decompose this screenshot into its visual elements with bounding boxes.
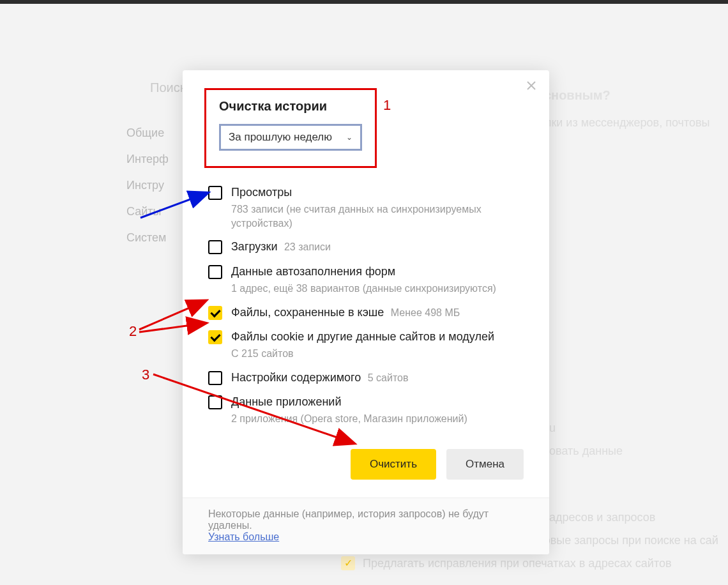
annotation-label-2: 2 bbox=[129, 323, 137, 339]
option-label: Настройки содержимого bbox=[231, 371, 361, 384]
option-label: Загрузки bbox=[231, 240, 277, 253]
option-sublabel: С 215 сайтов bbox=[231, 347, 524, 361]
sidebar-item[interactable]: Инстру bbox=[126, 179, 190, 192]
option-sublabel: 783 записи (не считая данных на синхрони… bbox=[231, 202, 524, 230]
sidebar-item[interactable]: Интерф bbox=[126, 153, 190, 166]
option-sublabel: Менее 498 МБ bbox=[391, 307, 460, 318]
annotation-box-1: Очистка истории За прошлую неделю ⌄ bbox=[204, 88, 377, 168]
time-range-value: За прошлую неделю bbox=[229, 131, 332, 144]
option-label: Данные приложений bbox=[231, 394, 524, 409]
checkbox[interactable] bbox=[208, 395, 222, 409]
cancel-button[interactable]: Отмена bbox=[446, 449, 524, 480]
clear-options: Просмотры 783 записи (не считая данных н… bbox=[208, 185, 524, 426]
checkbox[interactable] bbox=[208, 240, 222, 254]
bg-option-label: Предлагать исправления при опечатках в а… bbox=[363, 557, 672, 570]
option-app-data: Данные приложений 2 приложения (Opera st… bbox=[208, 394, 524, 426]
footer-text: Некоторые данные (например, история запр… bbox=[208, 508, 489, 531]
dialog-footer: Некоторые данные (например, история запр… bbox=[183, 498, 549, 554]
bg-text: ировать данные bbox=[536, 444, 623, 458]
option-sublabel: 5 сайтов bbox=[368, 372, 409, 383]
dialog-title: Очистка истории bbox=[219, 99, 362, 114]
clear-history-dialog: Очистка истории За прошлую неделю ⌄ Прос… bbox=[183, 70, 549, 554]
option-autofill: Данные автозаполнения форм 1 адрес, ещё … bbox=[208, 264, 524, 296]
option-views: Просмотры 783 записи (не считая данных н… bbox=[208, 185, 524, 230]
bg-option-row: ✓ Предлагать исправления при опечатках в… bbox=[341, 556, 672, 570]
checkbox[interactable] bbox=[208, 371, 222, 385]
option-content-settings: Настройки содержимого 5 сайтов bbox=[208, 370, 524, 385]
bg-text: ылки из мессенджеров, почтовы bbox=[536, 116, 709, 130]
checkbox[interactable] bbox=[208, 306, 222, 320]
option-cookies: Файлы cookie и другие данные сайтов и мо… bbox=[208, 329, 524, 361]
time-range-select[interactable]: За прошлую неделю ⌄ bbox=[219, 124, 362, 151]
checkbox-icon: ✓ bbox=[341, 556, 355, 570]
option-label: Файлы, сохраненные в кэше bbox=[231, 306, 384, 319]
option-downloads: Загрузки 23 записи bbox=[208, 239, 524, 254]
sidebar-item[interactable]: Сайты bbox=[126, 205, 190, 218]
sidebar-item[interactable]: Систем bbox=[126, 231, 190, 245]
option-cache: Файлы, сохраненные в кэше Менее 498 МБ bbox=[208, 305, 524, 320]
learn-more-link[interactable]: Узнать больше bbox=[208, 531, 279, 542]
option-sublabel: 23 записи bbox=[284, 241, 331, 252]
option-label: Просмотры bbox=[231, 185, 524, 200]
close-button[interactable] bbox=[526, 80, 538, 92]
checkbox[interactable] bbox=[208, 265, 222, 279]
settings-sidebar: Общие Интерф Инстру Сайты Систем bbox=[126, 73, 190, 257]
option-label: Файлы cookie и другие данные сайтов и мо… bbox=[231, 329, 524, 344]
clear-button[interactable]: Очистить bbox=[351, 449, 436, 480]
checkbox[interactable] bbox=[208, 330, 222, 344]
settings-page: Поиск Общие Интерф Инстру Сайты Систем о… bbox=[0, 4, 728, 585]
option-sublabel: 1 адрес, ещё 38 вариантов (данные синхро… bbox=[231, 282, 524, 296]
checkbox[interactable] bbox=[208, 186, 222, 200]
option-sublabel: 2 приложения (Opera store, Магазин прило… bbox=[231, 412, 524, 426]
annotation-label-3: 3 bbox=[142, 367, 149, 383]
close-icon bbox=[526, 80, 536, 91]
option-label: Данные автозаполнения форм bbox=[231, 264, 524, 279]
sidebar-item[interactable]: Общие bbox=[126, 126, 190, 140]
chevron-down-icon: ⌄ bbox=[346, 133, 353, 142]
